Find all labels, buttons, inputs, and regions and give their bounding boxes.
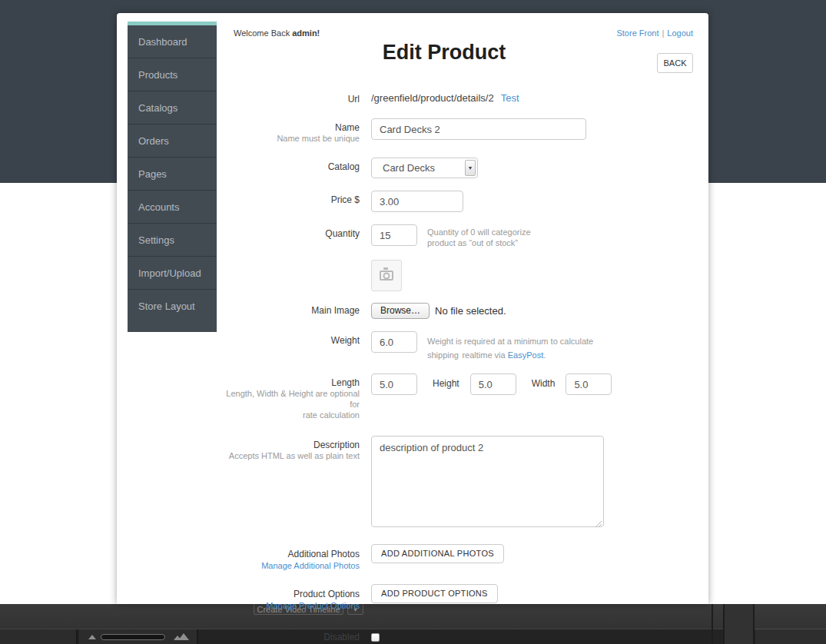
disabled-label: Disabled (217, 632, 360, 642)
timeline-zoom-controls (79, 629, 198, 644)
sidebar-item-dashboard[interactable]: Dashboard (128, 25, 217, 58)
name-input[interactable] (371, 118, 586, 140)
width-input[interactable] (566, 373, 612, 395)
add-product-options-button[interactable]: ADD PRODUCT OPTIONS (371, 584, 498, 603)
file-status-text: No file selected. (435, 303, 506, 317)
timeline-left-panel (0, 629, 78, 644)
name-label: Name (217, 122, 360, 133)
weight-helper-line2-prefix: realtime via (462, 350, 507, 360)
url-value: /greenfield/product/details/2 (371, 92, 494, 104)
dimensions-helper-line2: rate calculation (217, 410, 360, 420)
weight-label: Weight (217, 335, 360, 346)
url-row: Url /greenfield/product/details/2 Test (217, 92, 708, 105)
screen: Create Video Timeline ▾ Dashboard Produc… (0, 0, 826, 644)
add-additional-photos-button[interactable]: ADD ADDITIONAL PHOTOS (371, 544, 504, 563)
quantity-label: Quantity (217, 228, 360, 239)
width-label: Width (532, 378, 556, 389)
product-options-label: Product Options (217, 589, 360, 599)
panel-column (723, 604, 755, 644)
disabled-row: Disabled (217, 629, 708, 642)
store-front-link[interactable]: Store Front (616, 28, 658, 38)
header-links: Store Front|Logout (616, 28, 693, 38)
catalog-row: Catalog Card Decks ▼ (217, 158, 708, 178)
description-label: Description (217, 440, 360, 450)
timeline-zoom-slider[interactable] (101, 634, 165, 640)
dimensions-row: Length Length, Width & Height are option… (217, 373, 708, 420)
description-helper: Accepts HTML as well as plain text (217, 450, 360, 461)
welcome-username: admin! (292, 28, 320, 38)
welcome-prefix: Welcome Back (234, 28, 292, 38)
sidebar-item-catalogs[interactable]: Catalogs (128, 91, 217, 124)
catalog-select[interactable]: Card Decks ▼ (371, 158, 478, 178)
product-options-row: Product Options Manage Product Options A… (217, 584, 708, 610)
price-row: Price $ (217, 191, 708, 212)
image-preview-row (217, 260, 708, 291)
welcome-message: Welcome Back admin! (234, 28, 320, 38)
length-label: Length (217, 377, 360, 388)
sidebar-item-products[interactable]: Products (128, 58, 217, 91)
name-row: Name Name must be unique (217, 118, 708, 144)
page-title: Edit Product (217, 41, 672, 65)
additional-photos-label: Additional Photos (217, 549, 360, 559)
catalog-label: Catalog (217, 161, 360, 172)
sidebar-item-settings[interactable]: Settings (128, 224, 217, 257)
camera-icon (380, 271, 393, 281)
description-row: Description Accepts HTML as well as plai… (217, 436, 708, 530)
quantity-row: Quantity Quantity of 0 will categorize p… (217, 224, 708, 248)
catalog-selected-value: Card Decks (383, 162, 435, 174)
sidebar-item-pages[interactable]: Pages (128, 158, 217, 191)
right-bottom-panel (755, 629, 826, 644)
url-label: Url (217, 94, 360, 105)
sidebar-nav: Dashboard Products Catalogs Orders Pages… (128, 22, 217, 332)
height-input[interactable] (470, 373, 516, 395)
weight-input[interactable] (371, 331, 417, 353)
back-button[interactable]: BACK (657, 53, 693, 73)
name-helper: Name must be unique (217, 133, 360, 144)
panel-divider (712, 604, 713, 644)
weight-row: Weight Weight is required at a minimum t… (217, 331, 708, 361)
logout-link[interactable]: Logout (667, 28, 693, 38)
dimensions-helper-line1: Length, Width & Height are optional for (217, 388, 360, 410)
chevron-down-icon: ▼ (465, 160, 476, 176)
sidebar-item-orders[interactable]: Orders (128, 124, 217, 158)
disabled-checkbox[interactable] (371, 633, 380, 642)
easypost-link[interactable]: EasyPost (508, 350, 543, 360)
main-image-label: Main Image (217, 305, 360, 316)
sidebar-item-import-upload[interactable]: Import/Upload (128, 257, 217, 290)
timeline-zoom-in-icon[interactable] (174, 633, 189, 640)
edit-product-form: Url /greenfield/product/details/2 Test N… (217, 86, 708, 642)
admin-panel: Dashboard Products Catalogs Orders Pages… (117, 13, 708, 604)
timeline-zoom-out-icon[interactable] (88, 635, 96, 639)
additional-photos-row: Additional Photos Manage Additional Phot… (217, 544, 708, 570)
browse-button[interactable]: Browse… (371, 303, 430, 319)
sidebar-item-accounts[interactable]: Accounts (128, 191, 217, 224)
image-placeholder (371, 260, 402, 291)
link-separator: | (662, 28, 664, 38)
description-textarea[interactable]: description of product 2 (371, 436, 604, 527)
sidebar-item-store-layout[interactable]: Store Layout (128, 290, 217, 323)
main-image-row: Main Image Browse… No file selected. (217, 303, 708, 319)
weight-helper-suffix: . (543, 350, 546, 360)
manage-product-options-link[interactable]: Manage Product Options (217, 601, 360, 610)
quantity-helper-line2: product as “out of stock” (427, 237, 531, 248)
manage-additional-photos-link[interactable]: Manage Additional Photos (217, 561, 360, 570)
quantity-helper-line1: Quantity of 0 will categorize (427, 227, 531, 237)
height-label: Height (433, 378, 459, 389)
price-input[interactable] (371, 191, 463, 212)
url-test-link[interactable]: Test (501, 92, 519, 104)
price-label: Price $ (217, 194, 360, 205)
quantity-input[interactable] (371, 224, 417, 246)
large-mountain-icon (178, 633, 189, 640)
length-input[interactable] (371, 373, 417, 395)
